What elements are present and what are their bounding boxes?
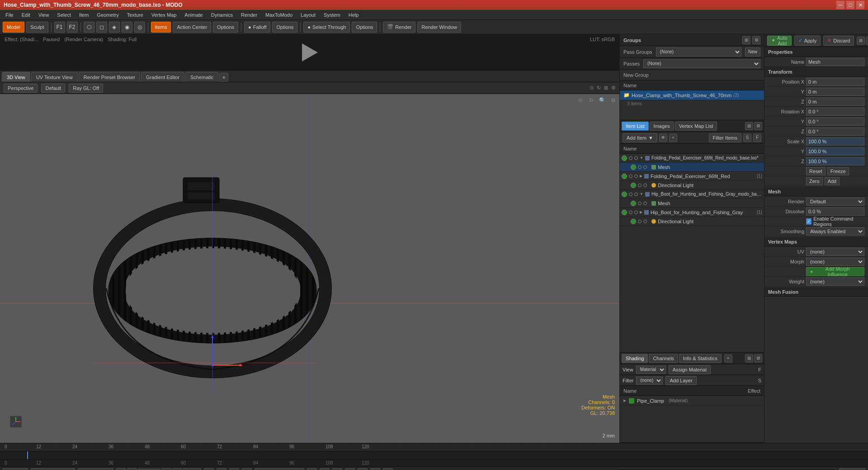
scale-y-field[interactable]: 100.0 % (806, 147, 864, 155)
menu-vertex-map[interactable]: Vertex Map (148, 11, 180, 19)
item-vis-2b[interactable] (643, 165, 647, 169)
shading-add-btn[interactable]: + (724, 354, 732, 362)
mode-icon-2[interactable]: ◻ (96, 22, 107, 33)
mesh-fusion-header[interactable]: Mesh Fusion (764, 287, 868, 297)
item-vis-7b[interactable] (634, 211, 638, 214)
cache-simulations-btn[interactable]: Cache Simulations (255, 468, 304, 470)
rot-y-field[interactable]: 0.0 ° (806, 118, 864, 126)
assign-material-btn[interactable]: Assign Material (669, 365, 711, 374)
mode-icon-1[interactable]: ⬡ (84, 22, 94, 33)
menu-item[interactable]: Item (75, 11, 92, 19)
mesh-header[interactable]: Mesh (764, 187, 868, 197)
item-vis-1[interactable] (629, 156, 632, 160)
dissolve-field[interactable]: 0.0 % (806, 207, 864, 216)
weight-select[interactable]: (none) (806, 277, 864, 286)
graph-editor-btn[interactable]: 📈 Graph Editor (31, 468, 75, 470)
transport-6[interactable]: ⬚ (370, 468, 380, 470)
transport-1[interactable]: ⏮ (307, 468, 317, 470)
smoothing-select[interactable]: Always Enabled (806, 227, 864, 235)
tab-gradient-editor[interactable]: Gradient Editor (141, 72, 184, 82)
groups-settings-btn[interactable]: ⚙ (752, 36, 760, 44)
bookmark-btn[interactable]: ⊕ (217, 468, 226, 470)
add-item-btn[interactable]: Add Item ▼ (623, 133, 657, 142)
add-viewport-tab-btn[interactable]: + (219, 73, 228, 82)
discard-btn[interactable]: ✕ Discard (823, 36, 854, 46)
render-select[interactable]: Default (806, 197, 864, 206)
pass-groups-new-btn[interactable]: New (745, 47, 760, 56)
item-vis-1b[interactable] (634, 156, 638, 160)
shading-settings-btn[interactable]: ⚙ (754, 354, 762, 362)
menu-edit[interactable]: Edit (18, 11, 34, 19)
item-vis-5b[interactable] (634, 193, 638, 196)
add-layer-btn[interactable]: Add Layer (665, 376, 696, 385)
item-row-light-1[interactable]: Directional Light (620, 181, 764, 190)
viewport-3d[interactable]: ⊙ ↻ 🔍 ⚙ Mesh Channels: 0 Deformers: ON G… (0, 94, 619, 443)
item-row-light-2[interactable]: Directional Light (620, 217, 764, 226)
shading-item-pipe-clamp[interactable]: ▶ Pipe_Clamp (Material) (620, 396, 764, 406)
frame-number-input[interactable] (138, 469, 160, 470)
menu-help[interactable]: Help (345, 11, 363, 19)
transport-2[interactable]: ⏪ (320, 468, 330, 470)
groups-expand-btn[interactable]: ⊞ (742, 36, 750, 44)
new-group-btn[interactable]: New Group (620, 70, 764, 80)
shading-filter-select[interactable]: (none) (636, 376, 663, 385)
scale-z-field[interactable]: 100.0 % (806, 157, 864, 165)
transport-4[interactable]: ⏭ (345, 468, 355, 470)
menu-dynamics[interactable]: Dynamics (208, 11, 236, 19)
transport-3[interactable]: ⏩ (332, 468, 342, 470)
shading-expand-btn[interactable]: ⊞ (745, 354, 753, 362)
items-add-btn[interactable]: + (669, 134, 677, 142)
item-vis-4b[interactable] (643, 183, 647, 187)
item-eye-5[interactable] (622, 192, 627, 197)
sculpt-btn[interactable]: Sculpt (26, 22, 48, 33)
items-btn[interactable]: Items (151, 22, 171, 33)
item-vis-7[interactable] (629, 211, 632, 214)
menu-animate[interactable]: Animate (181, 11, 206, 19)
prev-frame-btn[interactable]: ◀ (127, 468, 137, 470)
item-eye-2[interactable] (631, 164, 636, 170)
next-key-btn[interactable]: ⏭ (172, 468, 182, 470)
filter-items-btn[interactable]: Filter Items (709, 133, 741, 142)
items-expand-btn[interactable]: ⊞ (745, 122, 753, 130)
item-vis-3b[interactable] (634, 174, 638, 178)
command-input[interactable] (618, 469, 836, 470)
key-btn[interactable]: ◆ (229, 468, 239, 470)
item-vis-6[interactable] (638, 202, 642, 205)
pos-y-field[interactable]: 0 m (806, 88, 864, 96)
options-btn-1[interactable]: Options (213, 22, 238, 33)
item-row-mesh-2[interactable]: Mesh (620, 199, 764, 208)
play-preview-btn[interactable] (298, 41, 321, 64)
menu-system[interactable]: System (320, 11, 344, 19)
perspective-btn[interactable]: Perspective (4, 84, 38, 93)
mode-icon-3[interactable]: ◈ (109, 22, 120, 33)
rot-z-field[interactable]: 0.0 ° (806, 127, 864, 136)
passes-select[interactable]: (None) (643, 59, 760, 68)
item-vis-4[interactable] (638, 183, 642, 187)
add-transform-btn[interactable]: Add (825, 177, 840, 185)
morph-select[interactable]: (none) (806, 258, 864, 266)
viewport-rotate-icon[interactable]: ↻ (587, 96, 596, 105)
items-eye-btn[interactable]: 👁 (659, 134, 667, 142)
tab-3d-view[interactable]: 3D View (2, 72, 30, 82)
falloff-btn[interactable]: ● Falloff (244, 22, 270, 33)
items-settings-btn[interactable]: ⚙ (754, 122, 762, 130)
transport-7[interactable]: ⬜ (383, 468, 393, 470)
tab-render-preset-browser[interactable]: Render Preset Browser (79, 72, 140, 82)
gear-icon[interactable]: ⚙ (611, 85, 616, 90)
viewport-zoom-icon[interactable]: 🔍 (598, 96, 607, 105)
viewport-home-icon[interactable]: ⊙ (576, 96, 585, 105)
viewport-gear-icon[interactable]: ⚙ (609, 96, 618, 105)
apply-btn[interactable]: ✓ Apply (794, 36, 821, 46)
mode-icon-4[interactable]: ◉ (122, 22, 132, 33)
audio-btn[interactable]: ♪ Audio (3, 468, 28, 470)
item-vis-8[interactable] (638, 220, 642, 223)
f2-btn[interactable]: F2 (67, 22, 78, 33)
menu-maxtomodo[interactable]: MaxToModo (262, 11, 296, 19)
prev-key-btn[interactable]: ⏮ (116, 468, 126, 470)
falloff-options-btn[interactable]: Options (272, 22, 297, 33)
item-row-hip-boot-scene[interactable]: ▼ Hip_Boot_for_Hunting_and_Fishing_Gray_… (620, 190, 764, 199)
item-row-folding-pedal-scene[interactable]: ▼ Folding_Pedal_Exerciser_66fit_Red_modo… (620, 154, 764, 163)
mode-icon-5[interactable]: ◎ (134, 22, 145, 33)
select-through-btn[interactable]: ● Select Through (303, 22, 350, 33)
zero-btn[interactable]: Zero (806, 177, 823, 185)
